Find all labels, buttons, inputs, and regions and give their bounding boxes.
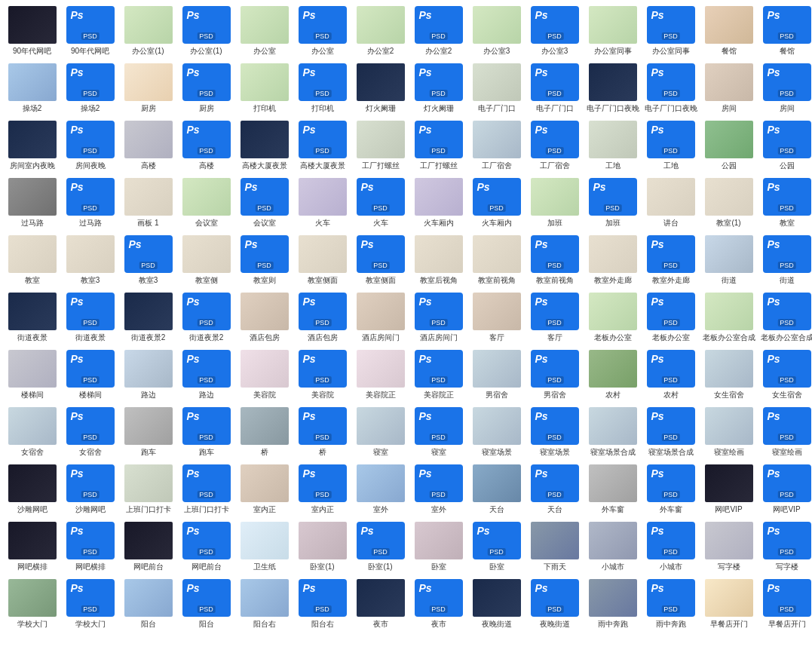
- list-item[interactable]: 阳台: [119, 576, 177, 633]
- list-item[interactable]: 女生宿舍: [700, 347, 758, 404]
- list-item[interactable]: 男宿舍: [526, 347, 584, 404]
- list-item[interactable]: 室外: [409, 461, 467, 519]
- list-item[interactable]: 卧室: [409, 519, 467, 576]
- list-item[interactable]: 酒店包房: [293, 290, 351, 347]
- list-item[interactable]: 加班: [526, 175, 584, 232]
- list-item[interactable]: 灯火阑珊: [351, 60, 409, 118]
- list-item[interactable]: 雨中奔跑: [642, 576, 700, 633]
- list-item[interactable]: 街道夜景2: [177, 290, 235, 347]
- list-item[interactable]: 室外: [351, 461, 409, 519]
- list-item[interactable]: 教室则: [235, 232, 293, 290]
- list-item[interactable]: 教室3: [119, 232, 177, 290]
- list-item[interactable]: 学校大门: [3, 576, 61, 633]
- list-item[interactable]: 教室: [758, 175, 812, 232]
- list-item[interactable]: 街道夜景2: [119, 290, 177, 347]
- list-item[interactable]: 办公室3: [526, 3, 584, 60]
- list-item[interactable]: 美容院: [235, 347, 293, 404]
- list-item[interactable]: 公园: [758, 118, 812, 175]
- list-item[interactable]: 教室侧: [177, 232, 235, 290]
- list-item[interactable]: 楼梯间: [61, 347, 119, 404]
- list-item[interactable]: 教室(1): [700, 175, 758, 232]
- list-item[interactable]: 街道: [758, 232, 812, 290]
- list-item[interactable]: 农村: [584, 347, 642, 404]
- list-item[interactable]: 阳台右: [235, 576, 293, 633]
- list-item[interactable]: 早餐店开门: [758, 576, 812, 633]
- list-item[interactable]: 网吧VIP: [758, 461, 812, 519]
- list-item[interactable]: 90年代网吧: [3, 3, 61, 60]
- list-item[interactable]: 天台: [467, 461, 526, 519]
- list-item[interactable]: 办公室2: [409, 3, 467, 60]
- list-item[interactable]: 高楼: [119, 118, 177, 175]
- list-item[interactable]: 教室3: [61, 232, 119, 290]
- list-item[interactable]: 操场2: [3, 60, 61, 118]
- list-item[interactable]: 酒店房间门: [351, 290, 409, 347]
- list-item[interactable]: 教室侧面: [293, 232, 351, 290]
- list-item[interactable]: 网吧横排: [61, 519, 119, 576]
- list-item[interactable]: 教室后视角: [409, 232, 467, 290]
- list-item[interactable]: 卧室(1): [293, 519, 351, 576]
- list-item[interactable]: 夜晚街道: [467, 576, 526, 633]
- list-item[interactable]: 电子厂门口: [467, 60, 526, 118]
- list-item[interactable]: 美容院正: [409, 347, 467, 404]
- list-item[interactable]: 卧室(1): [351, 519, 409, 576]
- list-item[interactable]: 雨中奔跑: [584, 576, 642, 633]
- list-item[interactable]: 女生宿舍: [758, 347, 812, 404]
- list-item[interactable]: 外车窗: [642, 461, 700, 519]
- list-item[interactable]: 高楼大厦夜景: [235, 118, 293, 175]
- list-item[interactable]: 火车厢内: [467, 175, 526, 232]
- list-item[interactable]: 美容院正: [351, 347, 409, 404]
- list-item[interactable]: 早餐店开门: [700, 576, 758, 633]
- list-item[interactable]: 灯火阑珊: [409, 60, 467, 118]
- list-item[interactable]: 教室前视角: [467, 232, 526, 290]
- list-item[interactable]: 工厂打螺丝: [351, 118, 409, 175]
- list-item[interactable]: 过马路: [3, 175, 61, 232]
- list-item[interactable]: 桥: [235, 404, 293, 461]
- list-item[interactable]: 教室前视角: [526, 232, 584, 290]
- list-item[interactable]: 酒店房间门: [409, 290, 467, 347]
- list-item[interactable]: 老板办公室合成: [700, 290, 758, 347]
- list-item[interactable]: 网吧前台: [119, 519, 177, 576]
- list-item[interactable]: 加班: [584, 175, 642, 232]
- list-item[interactable]: 写字楼: [758, 519, 812, 576]
- list-item[interactable]: 外车窗: [584, 461, 642, 519]
- list-item[interactable]: 寝室场景: [526, 404, 584, 461]
- list-item[interactable]: 上班门口打卡: [177, 461, 235, 519]
- list-item[interactable]: 跑车: [119, 404, 177, 461]
- list-item[interactable]: 餐馆: [758, 3, 812, 60]
- list-item[interactable]: 老板办公室: [584, 290, 642, 347]
- list-item[interactable]: 打印机: [235, 60, 293, 118]
- list-item[interactable]: 寝室场景: [467, 404, 526, 461]
- list-item[interactable]: 酒店包房: [235, 290, 293, 347]
- list-item[interactable]: 公园: [700, 118, 758, 175]
- list-item[interactable]: 天台: [526, 461, 584, 519]
- list-item[interactable]: 工地: [584, 118, 642, 175]
- list-item[interactable]: 办公室3: [467, 3, 526, 60]
- list-item[interactable]: 小城市: [584, 519, 642, 576]
- list-item[interactable]: 阳台: [177, 576, 235, 633]
- list-item[interactable]: 教室: [3, 232, 61, 290]
- list-item[interactable]: 办公室2: [351, 3, 409, 60]
- list-item[interactable]: 阳台右: [293, 576, 351, 633]
- list-item[interactable]: 画板 1: [119, 175, 177, 232]
- list-item[interactable]: 夜市: [351, 576, 409, 633]
- list-item[interactable]: 房间: [758, 60, 812, 118]
- list-item[interactable]: 室内正: [293, 461, 351, 519]
- list-item[interactable]: 女宿舍: [3, 404, 61, 461]
- list-item[interactable]: 街道: [700, 232, 758, 290]
- list-item[interactable]: 电子厂门口夜晚: [642, 60, 700, 118]
- list-item[interactable]: 寝室场景合成: [584, 404, 642, 461]
- list-item[interactable]: 工厂宿舍: [526, 118, 584, 175]
- list-item[interactable]: 会议室: [177, 175, 235, 232]
- list-item[interactable]: 街道夜景: [61, 290, 119, 347]
- list-item[interactable]: 教室侧面: [351, 232, 409, 290]
- list-item[interactable]: 网吧VIP: [700, 461, 758, 519]
- list-item[interactable]: 寝室: [351, 404, 409, 461]
- list-item[interactable]: 网吧前台: [177, 519, 235, 576]
- list-item[interactable]: 90年代网吧: [61, 3, 119, 60]
- list-item[interactable]: 路边: [119, 347, 177, 404]
- list-item[interactable]: 学校大门: [61, 576, 119, 633]
- list-item[interactable]: 过马路: [61, 175, 119, 232]
- list-item[interactable]: 工厂打螺丝: [409, 118, 467, 175]
- list-item[interactable]: 办公室(1): [119, 3, 177, 60]
- list-item[interactable]: 卫生纸: [235, 519, 293, 576]
